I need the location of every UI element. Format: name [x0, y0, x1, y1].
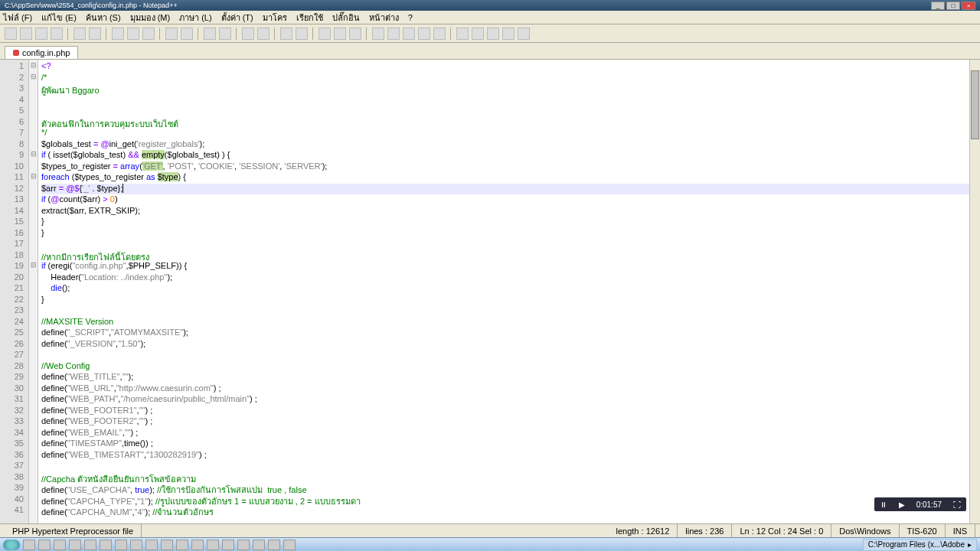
- tray-arrow-icon[interactable]: ▸: [968, 540, 972, 549]
- status-filetype: PHP Hypertext Preprocessor file: [5, 524, 142, 537]
- maximize-button[interactable]: □: [946, 2, 960, 10]
- replace-icon[interactable]: [219, 28, 231, 40]
- window-title: C:\AppServ\www\2554_config\config.in.php…: [5, 2, 178, 9]
- menu-item[interactable]: หน้าต่าง: [369, 11, 399, 24]
- modified-dot-icon: [13, 50, 19, 56]
- menu-item[interactable]: ไฟล์ (F): [3, 11, 32, 24]
- scrollbar-thumb[interactable]: [971, 70, 979, 139]
- sync-v-icon[interactable]: [280, 28, 292, 40]
- misc5-icon[interactable]: [518, 28, 530, 40]
- taskbar-app10-icon[interactable]: [222, 540, 234, 550]
- new-file-icon[interactable]: [5, 28, 17, 40]
- fold-gutter[interactable]: ⊟⊟⊟⊟⊟: [29, 60, 38, 528]
- file-tab[interactable]: config.in.php: [5, 46, 78, 59]
- recorder-overlay[interactable]: ⏸ ▶ 0:01:57 ⛶: [874, 497, 966, 511]
- taskbar-app13-icon[interactable]: [268, 540, 280, 550]
- window-titlebar: C:\AppServ\www\2554_config\config.in.php…: [0, 0, 980, 11]
- find-icon[interactable]: [204, 28, 216, 40]
- window-controls: _ □ ×: [931, 2, 975, 10]
- taskbar-app1-icon[interactable]: [84, 540, 96, 550]
- menu-item[interactable]: ?: [408, 13, 413, 22]
- taskbar-app11-icon[interactable]: [237, 540, 250, 550]
- rec-play-icon[interactable]: ▶: [899, 500, 905, 509]
- tab-bar: config.in.php: [0, 43, 980, 60]
- taskbar-app14-icon[interactable]: [283, 540, 296, 550]
- taskbar-app6-icon[interactable]: [161, 540, 173, 550]
- menu-item[interactable]: มุมมอง (M): [130, 11, 171, 24]
- vertical-scrollbar[interactable]: [969, 60, 980, 528]
- menu-item[interactable]: ภาษา (L): [179, 11, 212, 24]
- status-length: length : 12612: [609, 524, 678, 537]
- taskbar-app12-icon[interactable]: [253, 540, 265, 550]
- zoom-out-icon[interactable]: [257, 28, 270, 40]
- save-all-icon[interactable]: [51, 28, 63, 40]
- save-macro-icon[interactable]: [433, 28, 446, 40]
- code-editor[interactable]: 1234567891011121314151617181920212223242…: [0, 60, 980, 528]
- zoom-in-icon[interactable]: [242, 28, 254, 40]
- menu-item[interactable]: ปลั๊กอิน: [332, 11, 360, 24]
- open-file-icon[interactable]: [20, 28, 32, 40]
- taskbar-explorer-icon[interactable]: [54, 540, 66, 550]
- line-number-gutter: 1234567891011121314151617181920212223242…: [0, 60, 29, 528]
- status-lines: lines : 236: [678, 524, 732, 537]
- rec-pause-icon[interactable]: ⏸: [880, 500, 887, 509]
- play-multi-icon[interactable]: [418, 28, 430, 40]
- menu-item[interactable]: เรียกใช้: [296, 11, 323, 24]
- close-file-icon[interactable]: [74, 28, 86, 40]
- play-macro-icon[interactable]: [403, 28, 415, 40]
- undo-icon[interactable]: [165, 28, 178, 40]
- taskbar-app7-icon[interactable]: [176, 540, 188, 550]
- menu-item[interactable]: มาโคร: [263, 11, 287, 24]
- redo-icon[interactable]: [181, 28, 193, 40]
- start-button[interactable]: [3, 540, 20, 550]
- menu-item[interactable]: ค้นหา (S): [86, 11, 121, 24]
- misc-icon[interactable]: [456, 28, 469, 40]
- taskbar-app3-icon[interactable]: [115, 540, 127, 550]
- toolbar: [0, 24, 980, 43]
- status-eol: Dos\Windows: [831, 524, 899, 537]
- tab-label: config.in.php: [22, 48, 70, 57]
- record-macro-icon[interactable]: [372, 28, 384, 40]
- rec-time: 0:01:57: [916, 500, 942, 509]
- misc3-icon[interactable]: [487, 28, 499, 40]
- tray-path: C:\Program Files (x...\Adobe: [868, 540, 965, 549]
- taskbar-app2-icon[interactable]: [100, 540, 112, 550]
- rec-expand-icon[interactable]: ⛶: [953, 500, 961, 509]
- minimize-button[interactable]: _: [931, 2, 945, 10]
- status-encoding: TIS-620: [900, 524, 946, 537]
- menu-bar: ไฟล์ (F)แก้ไข (E)ค้นหา (S)มุมมอง (M)ภาษา…: [0, 11, 980, 24]
- taskbar-app8-icon[interactable]: [191, 540, 204, 550]
- taskbar-app4-icon[interactable]: [130, 540, 142, 550]
- stop-macro-icon[interactable]: [387, 28, 400, 40]
- save-icon[interactable]: [35, 28, 47, 40]
- allchars-icon[interactable]: [334, 28, 346, 40]
- status-bar: PHP Hypertext Preprocessor file length :…: [0, 523, 980, 537]
- status-insert-mode: INS: [946, 524, 975, 537]
- menu-item[interactable]: ตั้งค่า (T): [221, 11, 253, 24]
- taskbar-app9-icon[interactable]: [207, 540, 219, 550]
- taskbar-twitter-icon[interactable]: [69, 540, 81, 550]
- code-area[interactable]: <?/*ผู้พัฒนา Bggaroตัวคอนฟิกในการควบคุมร…: [38, 60, 980, 528]
- taskbar-app5-icon[interactable]: [145, 540, 158, 550]
- system-tray[interactable]: C:\Program Files (x...\Adobe ▸: [863, 539, 977, 551]
- copy-icon[interactable]: [127, 28, 139, 40]
- taskbar-fb-icon[interactable]: [38, 540, 51, 550]
- status-position: Ln : 12 Col : 24 Sel : 0: [732, 524, 831, 537]
- menu-item[interactable]: แก้ไข (E): [41, 11, 77, 24]
- print-icon[interactable]: [89, 28, 101, 40]
- indent-guide-icon[interactable]: [349, 28, 361, 40]
- misc2-icon[interactable]: [472, 28, 484, 40]
- windows-taskbar[interactable]: C:\Program Files (x...\Adobe ▸: [0, 537, 980, 551]
- cut-icon[interactable]: [112, 28, 124, 40]
- wordwrap-icon[interactable]: [318, 28, 331, 40]
- misc4-icon[interactable]: [502, 28, 514, 40]
- sync-h-icon[interactable]: [296, 28, 308, 40]
- taskbar-ie-icon[interactable]: [23, 540, 35, 550]
- paste-icon[interactable]: [142, 28, 155, 40]
- close-button[interactable]: ×: [962, 2, 975, 10]
